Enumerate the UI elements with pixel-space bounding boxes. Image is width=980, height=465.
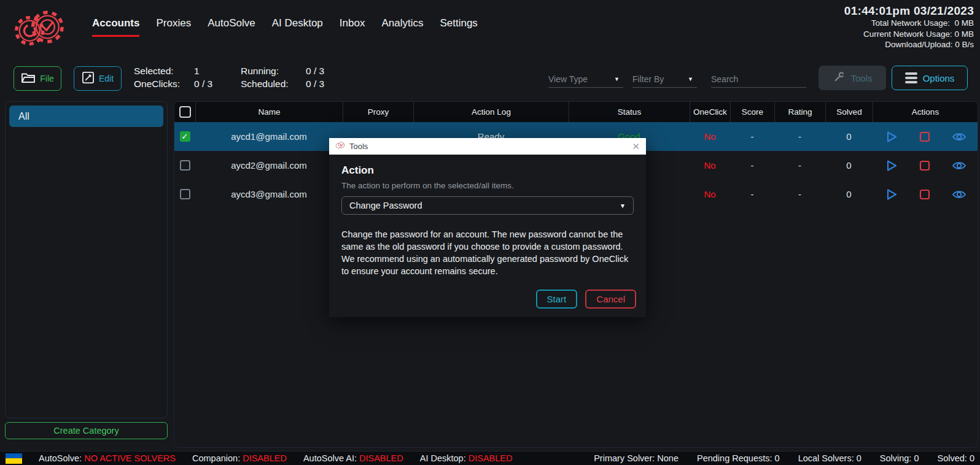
cancel-button[interactable]: Cancel bbox=[585, 290, 636, 309]
nav-settings[interactable]: Settings bbox=[440, 17, 477, 37]
chevron-down-icon: ▼ bbox=[614, 76, 623, 82]
view-type-label: View Type bbox=[548, 74, 588, 84]
wrench-icon bbox=[832, 71, 846, 86]
start-button[interactable]: Start bbox=[536, 290, 578, 309]
solved-cell: 0 bbox=[825, 189, 873, 199]
tools-button[interactable]: Tools bbox=[819, 66, 886, 90]
toolbar: File Edit Selected: 1 Running: 0 / 3 One… bbox=[0, 58, 980, 101]
autosolve-ai-status: AutoSolve AI: DISABLED bbox=[303, 453, 403, 463]
view-type-select[interactable]: View Type ▼ bbox=[548, 71, 623, 88]
primary-solver-value: None bbox=[657, 453, 679, 463]
autosolve-label: AutoSolve: bbox=[39, 453, 82, 463]
eye-icon[interactable] bbox=[951, 158, 967, 173]
category-sidebar: All bbox=[5, 101, 168, 418]
chevron-down-icon: ▼ bbox=[688, 76, 697, 82]
stat-label: Current Network Usage: bbox=[863, 29, 952, 39]
nav-inbox[interactable]: Inbox bbox=[340, 17, 365, 37]
select-all-checkbox[interactable] bbox=[179, 106, 191, 118]
nav-autosolve[interactable]: AutoSolve bbox=[208, 17, 255, 37]
clock: 01:44:01pm 03/21/2023 bbox=[844, 4, 974, 18]
edit-button-label: Edit bbox=[99, 74, 114, 83]
selected-value: 1 bbox=[194, 66, 237, 77]
primary-solver: Primary Solver: None bbox=[594, 453, 679, 463]
col-solved: Solved bbox=[825, 102, 873, 122]
name-cell: aycd3@gmail.com bbox=[195, 189, 343, 199]
autosolve-status: AutoSolve: NO ACTIVE SOLVERS bbox=[39, 453, 176, 463]
local-solvers: Local Solvers: 0 bbox=[798, 453, 861, 463]
modal-buttons: Start Cancel bbox=[536, 290, 636, 309]
aycd-mini-logo-icon bbox=[335, 141, 345, 152]
stop-icon[interactable] bbox=[917, 158, 932, 173]
ukraine-flag-icon bbox=[6, 453, 22, 464]
total-network-usage: Total Network Usage: 0 MB bbox=[844, 18, 974, 29]
oneclick-cell: No bbox=[690, 131, 730, 142]
row-checkbox[interactable] bbox=[180, 160, 190, 171]
ai-desktop-value: DISABLED bbox=[469, 453, 513, 463]
action-section-subtitle: The action to perform on the selected/al… bbox=[341, 181, 634, 190]
play-icon[interactable] bbox=[884, 129, 898, 144]
top-bar: Accounts Proxies AutoSolve AI Desktop In… bbox=[0, 0, 980, 58]
oneclick-cell: No bbox=[690, 160, 730, 171]
eye-icon[interactable] bbox=[951, 129, 967, 144]
col-status: Status bbox=[569, 102, 690, 122]
aycd-logo-icon bbox=[10, 4, 66, 56]
action-description: Change the password for an account. The … bbox=[341, 228, 635, 277]
edit-button[interactable]: Edit bbox=[74, 66, 122, 91]
solving-value: 0 bbox=[914, 453, 919, 463]
table-header: Name Proxy Action Log Status OneClick Sc… bbox=[174, 102, 978, 122]
companion-status: Companion: DISABLED bbox=[192, 453, 287, 463]
folder-icon bbox=[21, 72, 36, 86]
file-button-label: File bbox=[40, 74, 54, 83]
close-icon[interactable]: ✕ bbox=[632, 141, 640, 152]
row-checkbox-cell bbox=[174, 160, 195, 171]
create-category-button[interactable]: Create Category bbox=[5, 422, 168, 439]
autosolve-ai-value: DISABLED bbox=[359, 453, 403, 463]
col-oneclick: OneClick bbox=[690, 102, 730, 122]
options-button[interactable]: Options bbox=[892, 66, 968, 90]
primary-solver-label: Primary Solver: bbox=[594, 453, 655, 463]
play-icon[interactable] bbox=[884, 158, 898, 173]
pencil-square-icon bbox=[82, 71, 95, 86]
stop-icon[interactable] bbox=[917, 129, 932, 144]
nav-accounts[interactable]: Accounts bbox=[92, 17, 139, 37]
running-value: 0 / 3 bbox=[306, 66, 345, 77]
col-proxy: Proxy bbox=[343, 102, 413, 122]
hamburger-menu-icon bbox=[905, 72, 917, 83]
stop-icon[interactable] bbox=[917, 187, 932, 202]
action-select[interactable]: Change Password ▼ bbox=[341, 196, 634, 215]
filter-by-select[interactable]: Filter By ▼ bbox=[632, 71, 697, 88]
filter-by-label: Filter By bbox=[632, 74, 664, 84]
score-cell: - bbox=[730, 131, 774, 142]
stat-value: 0 MB bbox=[954, 29, 974, 39]
row-checkbox[interactable]: ✓ bbox=[180, 131, 190, 142]
name-cell: aycd2@gmail.com bbox=[195, 160, 343, 171]
tools-modal-titlebar: Tools ✕ bbox=[329, 138, 646, 155]
nav-proxies[interactable]: Proxies bbox=[156, 17, 191, 37]
ai-desktop-status: AI Desktop: DISABLED bbox=[420, 453, 513, 463]
selection-counters: Selected: 1 Running: 0 / 3 OneClicks: 0 … bbox=[134, 66, 345, 90]
nav-analytics[interactable]: Analytics bbox=[381, 17, 423, 37]
autosolve-value: NO ACTIVE SOLVERS bbox=[84, 453, 176, 463]
actions-cell bbox=[873, 187, 978, 202]
actions-cell bbox=[873, 158, 978, 173]
chevron-down-icon: ▼ bbox=[620, 202, 626, 209]
row-checkbox[interactable] bbox=[180, 189, 190, 199]
running-label: Running: bbox=[241, 66, 302, 77]
sidebar-item-all[interactable]: All bbox=[9, 106, 163, 127]
eye-icon[interactable] bbox=[951, 187, 967, 202]
tools-modal-title: Tools bbox=[349, 142, 368, 151]
stat-value: 0 B/s bbox=[955, 40, 974, 49]
nav-ai-desktop[interactable]: AI Desktop bbox=[272, 17, 323, 37]
file-button[interactable]: File bbox=[14, 66, 61, 91]
download-upload: Download/Upload: 0 B/s bbox=[844, 39, 974, 50]
selected-label: Selected: bbox=[134, 66, 190, 77]
tools-modal: Tools ✕ Action The action to perform on … bbox=[329, 138, 646, 317]
stat-label: Total Network Usage: bbox=[871, 18, 950, 28]
main-nav: Accounts Proxies AutoSolve AI Desktop In… bbox=[92, 17, 478, 37]
col-name: Name bbox=[195, 102, 343, 122]
name-cell: aycd1@gmail.com bbox=[195, 131, 343, 142]
solved-value: 0 bbox=[970, 453, 974, 463]
row-checkbox-cell: ✓ bbox=[174, 131, 195, 142]
search-input[interactable] bbox=[711, 71, 806, 88]
play-icon[interactable] bbox=[884, 187, 898, 202]
